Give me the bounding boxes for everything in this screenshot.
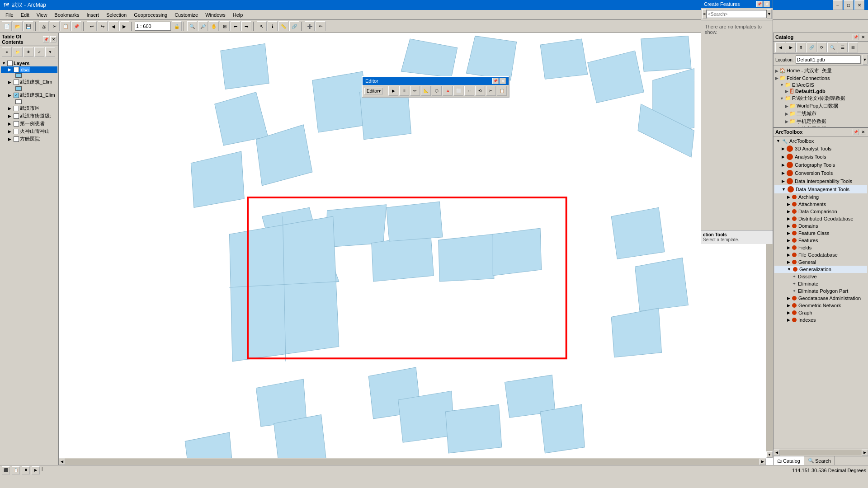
atb-attach[interactable]: ▶ Attachments [774, 201, 867, 208]
catalog-pin[interactable]: 📌 [853, 34, 859, 40]
zoom-out[interactable]: 🔎 [198, 21, 208, 31]
atb-conv-expand[interactable]: ▶ [782, 171, 785, 175]
dsa-checkbox[interactable] [14, 67, 19, 72]
hs-expand[interactable]: ▶ [8, 129, 13, 134]
edit-tool-9[interactable]: ⟲ [475, 86, 485, 96]
toc-options[interactable]: ▼ [45, 47, 55, 57]
tree-mobile[interactable]: ▶ 📁 手机定位数据 [774, 117, 867, 125]
atb-gen-expand[interactable]: ▶ [787, 260, 790, 264]
cf-search-btn[interactable]: ▼ [767, 9, 772, 19]
hyperlink-button[interactable]: 🔗 [289, 21, 299, 31]
cat-forward[interactable]: ▶ [786, 42, 796, 52]
atb-carto[interactable]: ▶ Cartography Tools [774, 161, 867, 169]
gdb-expand[interactable]: ▶ [785, 89, 788, 94]
atb-pin[interactable]: 📌 [853, 129, 859, 135]
atb-att-expand[interactable]: ▶ [787, 202, 790, 206]
dsa-expand[interactable]: ▶ [8, 67, 13, 72]
toc-pin[interactable]: 📌 [43, 36, 49, 42]
copy-button[interactable]: 📋 [61, 21, 71, 31]
menu-edit[interactable]: Edit [17, 11, 33, 19]
atb-genl-expand[interactable]: ▼ [787, 267, 791, 272]
scale-input[interactable]: 1 : 600 [135, 22, 171, 31]
cat-up[interactable]: ⬆ [796, 42, 806, 52]
tree-default-gdb[interactable]: ▶ 🗄 Default1.gdb [774, 88, 867, 94]
scale-lock[interactable]: 🔒 [172, 21, 182, 31]
cf-close[interactable]: ✕ [764, 1, 770, 7]
atb-dom-expand[interactable]: ▶ [787, 224, 790, 228]
layer-dsa[interactable]: ▶ dsa [1, 66, 57, 73]
identify-button[interactable]: ℹ [268, 21, 278, 31]
atb-scroll-left[interactable]: ◀ [774, 450, 780, 456]
atb-indexes[interactable]: ▶ Indexes [774, 316, 867, 324]
open-button[interactable]: 📂 [13, 21, 23, 31]
cat-back[interactable]: ◀ [775, 42, 785, 52]
layer-huoshen[interactable]: ▶ 火神山雷神山 [1, 127, 57, 135]
close-button[interactable]: ✕ [854, 0, 864, 10]
cat-options[interactable]: ☰ [838, 42, 848, 52]
toc-list-by-drawing[interactable]: ≡ [2, 47, 12, 57]
hscroll-left[interactable]: ◀ [59, 459, 65, 465]
minimize-button[interactable]: − [833, 0, 843, 10]
tree-erxian[interactable]: ▶ 📁 二线城市 [774, 110, 867, 117]
layers-group-header[interactable]: ▼ Layers [1, 60, 57, 66]
edit-tool-2[interactable]: ⏸ [399, 86, 409, 96]
whjd-checkbox[interactable] [14, 113, 19, 119]
add-data[interactable]: ➕ [305, 21, 315, 31]
editor-dropdown[interactable]: Editor▾ [364, 88, 383, 94]
atb-fc-expand[interactable]: ▶ [787, 231, 790, 235]
cf-pin[interactable]: 📌 [756, 1, 763, 7]
atb-gn-expand[interactable]: ▶ [787, 303, 790, 308]
atb-featureclass[interactable]: ▶ Feature Class [774, 230, 867, 237]
cat-view[interactable]: ⊞ [848, 42, 858, 52]
location-input[interactable]: Default1.gdb [796, 56, 861, 64]
menu-selection[interactable]: Selection [103, 11, 130, 19]
menu-view[interactable]: View [33, 11, 51, 19]
menu-geoprocessing[interactable]: Geoprocessing [130, 11, 171, 19]
fc-expand[interactable]: ▶ [775, 76, 778, 80]
atb-3d[interactable]: ▶ 3D Analyst Tools [774, 145, 867, 153]
fc-checkbox[interactable] [14, 136, 19, 142]
fc-expand[interactable]: ▶ [8, 137, 13, 141]
toc-list-by-selection[interactable]: ✓ [34, 47, 44, 57]
wp-expand[interactable]: ▶ [785, 104, 788, 108]
lu-expand[interactable]: ▶ [785, 127, 788, 127]
atb-distgeo[interactable]: ▶ Distributed Geodatabase [774, 215, 867, 222]
atb-root-expand[interactable]: ▼ [776, 139, 780, 143]
toc-list-by-visibility[interactable]: 👁 [24, 47, 33, 57]
atb-carto-expand[interactable]: ▶ [782, 163, 785, 167]
atb-dg-expand[interactable]: ▶ [787, 216, 790, 221]
fp-checkbox[interactable] [14, 121, 19, 127]
edit-tool-6[interactable]: 🔺 [443, 86, 453, 96]
undo-button[interactable]: ↩ [87, 21, 97, 31]
whsq-expand[interactable]: ▶ [8, 106, 13, 111]
layers-expand[interactable]: ▼ [2, 61, 6, 66]
cat-connect[interactable]: 🔗 [807, 42, 816, 52]
edit-tool-3[interactable]: ✏ [410, 86, 420, 96]
catalog-close-btn[interactable]: ✕ [860, 34, 866, 40]
atb-archiving[interactable]: ▶ Archiving [774, 193, 867, 201]
whjz1-expand[interactable]: ▶ [8, 93, 13, 98]
hs-checkbox[interactable] [14, 129, 19, 134]
status-btn1[interactable]: ⬛ [2, 466, 10, 474]
atb-eliminate[interactable]: ✦ Eliminate [774, 280, 867, 287]
maximize-button[interactable]: □ [844, 0, 854, 10]
edit-tool-1[interactable]: ▶ [388, 86, 398, 96]
next-extent[interactable]: ➡ [241, 21, 251, 31]
map-hscroll[interactable]: ◀ ▶ [59, 458, 766, 465]
atb-domains[interactable]: ▶ Domains [774, 222, 867, 230]
arcgis-expand[interactable]: ▼ [780, 83, 784, 87]
vscroll-down[interactable]: ▼ [766, 451, 773, 458]
toc-close[interactable]: ✕ [50, 36, 57, 42]
select-button[interactable]: ↖ [257, 21, 267, 31]
atb-arch-expand[interactable]: ▶ [787, 195, 790, 199]
atb-eliminate-polygon[interactable]: ✦ Eliminate Polygon Part [774, 287, 867, 295]
layer-whjz-elim[interactable]: ▶ 武汉建筑_Elim [1, 78, 57, 86]
menu-customize[interactable]: Customize [171, 11, 202, 19]
atb-conv[interactable]: ▶ Conversion Tools [774, 169, 867, 177]
hscroll-right[interactable]: ▶ [760, 459, 766, 465]
map-area[interactable]: Editor 📌 ✕ Editor▾ ▶ ⏸ ✏ 📐 ⬡ 🔺 ⬜ ↔ ⟲ ✂ � [59, 33, 773, 465]
cat-search[interactable]: 🔍 [827, 42, 837, 52]
layer-whsq[interactable]: ▶ 武汉市区 [1, 104, 57, 112]
whjz1-checkbox[interactable]: ✓ [14, 93, 19, 98]
atb-di-expand[interactable]: ▶ [782, 179, 785, 183]
